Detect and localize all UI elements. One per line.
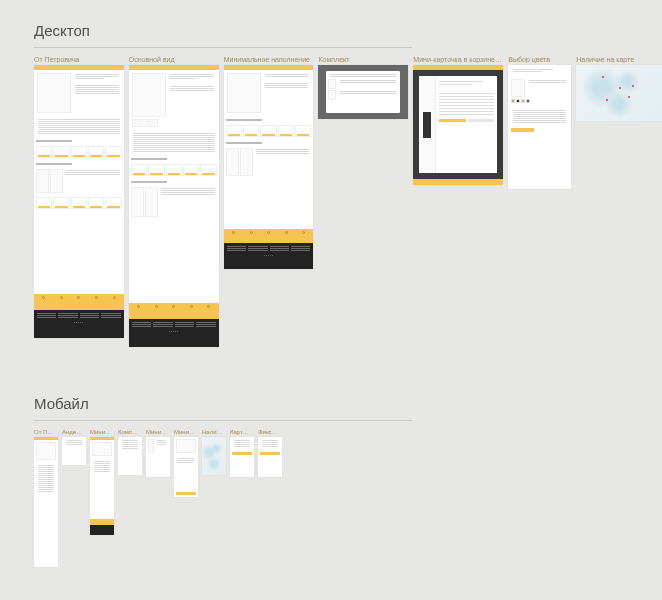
frame-label[interactable]: Минимальное наполнение bbox=[224, 56, 314, 63]
frame-ot-petrovicha[interactable] bbox=[34, 65, 124, 338]
desktop-frames-row: От Петровича bbox=[0, 48, 662, 347]
mobile-frame[interactable] bbox=[118, 437, 142, 475]
frame-col: Выбор цвета bbox=[508, 56, 571, 189]
section-title-desktop: Десктоп bbox=[0, 0, 662, 47]
mobile-frame[interactable] bbox=[62, 437, 86, 465]
section-title-mobile: Мобайл bbox=[0, 347, 662, 420]
frame-vybor-cveta[interactable] bbox=[508, 65, 571, 189]
frame-min-napolnenie[interactable] bbox=[224, 65, 314, 269]
frame-label[interactable]: Карт… bbox=[230, 429, 254, 435]
frame-label[interactable]: Мини… bbox=[90, 429, 114, 435]
frame-col: Основной вид bbox=[129, 56, 219, 347]
frame-osnovnoy-vid[interactable] bbox=[129, 65, 219, 347]
mobile-frame[interactable] bbox=[174, 437, 198, 497]
mobile-frame[interactable] bbox=[258, 437, 282, 477]
mobile-frame[interactable] bbox=[146, 437, 170, 477]
mobile-frame[interactable] bbox=[230, 437, 254, 477]
mobile-frame[interactable] bbox=[90, 437, 114, 535]
frame-komplekt[interactable] bbox=[318, 65, 408, 119]
frame-label[interactable]: От Петровича bbox=[34, 56, 124, 63]
frame-label[interactable]: Анде… bbox=[62, 429, 86, 435]
frame-col: Наличие на карте bbox=[576, 56, 662, 121]
frame-label[interactable]: Нали… bbox=[202, 429, 226, 435]
frame-label[interactable]: Фикс… bbox=[258, 429, 282, 435]
frame-label[interactable]: Комплект bbox=[318, 56, 408, 63]
frame-nalichie-na-karte[interactable] bbox=[576, 65, 662, 121]
frame-label[interactable]: Наличие на карте bbox=[576, 56, 662, 63]
mobile-frame[interactable] bbox=[34, 437, 58, 567]
frame-label[interactable]: Комп… bbox=[118, 429, 142, 435]
frame-label[interactable]: Мини… bbox=[146, 429, 170, 435]
frame-col: Комплект bbox=[318, 56, 408, 119]
figma-canvas[interactable]: Десктоп От Петровича bbox=[0, 0, 662, 567]
frame-col: Мини-карточка в корзине в 1 bbox=[413, 56, 503, 185]
frame-col: Минимальное наполнение bbox=[224, 56, 314, 269]
frame-label[interactable]: Выбор цвета bbox=[508, 56, 571, 63]
frame-label[interactable]: От П… bbox=[34, 429, 58, 435]
frame-mini-card-cart[interactable] bbox=[413, 65, 503, 185]
frame-label[interactable]: Мини-карточка в корзине в 1 bbox=[413, 56, 503, 63]
mobile-frames-row: От П… Анде… Мини… Комп… bbox=[0, 421, 662, 567]
frame-col: От Петровича bbox=[34, 56, 124, 338]
frame-label[interactable]: Основной вид bbox=[129, 56, 219, 63]
mobile-frame[interactable] bbox=[202, 437, 226, 475]
frame-label[interactable]: Мини… bbox=[174, 429, 198, 435]
